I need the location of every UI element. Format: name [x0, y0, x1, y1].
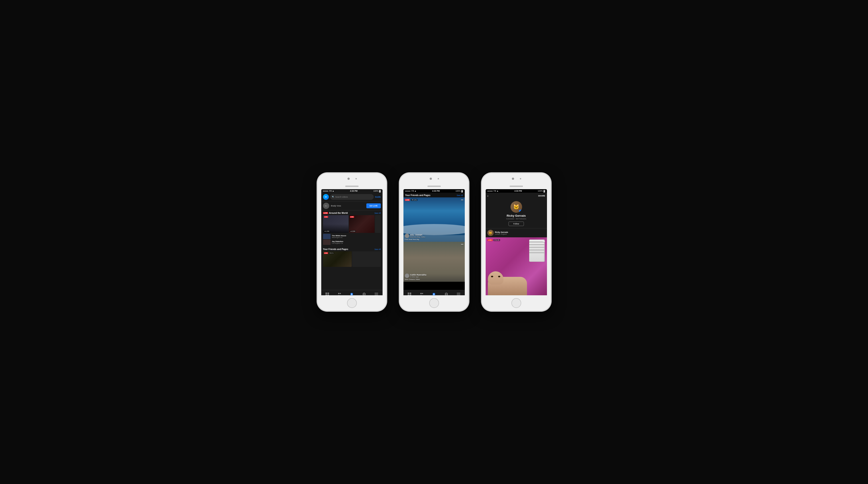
- video-thumb-2[interactable]: LIVE 👁 3.6M: [349, 215, 375, 233]
- friends-video-thumb-2[interactable]: [352, 251, 381, 267]
- profile-section: 🐱 ✓ Ricky Gervais Comedian · 4M Follower…: [486, 199, 547, 228]
- svg-rect-0: [326, 293, 327, 294]
- streamer-card-avatar: 🐱: [488, 230, 494, 236]
- p3-status-left: ●●●●● FB ▲: [488, 190, 499, 192]
- back-button[interactable]: ‹: [488, 194, 489, 198]
- p2-friends-header: Your Friends and Pages See All: [403, 193, 465, 197]
- friends-video-thumb[interactable]: LIVE 👁 8.7k: [323, 251, 352, 267]
- phone-1-speaker: [345, 186, 359, 187]
- p3-carrier: FB: [494, 190, 496, 192]
- p2-friends-title: Your Friends and Pages: [405, 194, 431, 196]
- svg-rect-15: [410, 293, 411, 294]
- user-avatar: BV: [323, 203, 329, 209]
- p3-signal: ●●●●●: [488, 190, 493, 192]
- around-world-header: LIVE Around the World See All: [321, 211, 382, 215]
- go-live-button[interactable]: GO LIVE: [366, 203, 381, 208]
- streamer-avatar-bg: 🐱: [488, 230, 494, 236]
- p2-video-card-2[interactable]: ••• Caitlin Ramrakha 3 mins ago New Orle…: [403, 242, 465, 290]
- p2-battery: 100%: [456, 190, 461, 192]
- list-location-2: Los Angeles CA: [332, 243, 381, 244]
- p2-signal: ●●●●●: [405, 190, 410, 192]
- time: 4:33 PM: [350, 190, 358, 192]
- p2-carrier: FB: [411, 190, 414, 192]
- list-item-1[interactable]: The White House Washington DC: [323, 234, 381, 239]
- profile-verified-badge: ✓: [519, 209, 522, 213]
- phone-2: ●●●●● FB ▲ 4:33 PM 100% ▓ Your Friends a…: [400, 173, 469, 311]
- svg-rect-11: [375, 293, 378, 293]
- phone-1-screen: ●●●●● FB ▲ 4:33 PM 100% ▓ ✉ 🔍 Search vid…: [321, 189, 382, 298]
- cat-live-video[interactable]: LIVE 👁8.7k •••: [486, 237, 547, 298]
- streamer-card-location: London, England: [495, 233, 545, 235]
- p2-streamer2-avatar: [405, 273, 409, 278]
- profile-name: Ricky Gervais: [506, 214, 526, 217]
- messenger-icon[interactable]: ✉: [323, 194, 329, 200]
- phone-2-speaker: [428, 186, 441, 187]
- svg-rect-12: [375, 294, 378, 294]
- p2-status-right: 100% ▓: [456, 190, 463, 192]
- list-item-2[interactable]: Jay Stakelton Los Angeles CA: [323, 239, 381, 245]
- svg-point-19: [422, 293, 423, 294]
- view-count-1: 👁 1.6M: [324, 230, 330, 232]
- around-world-title: LIVE Around the World: [323, 212, 348, 214]
- phone-3-camera: [512, 178, 514, 180]
- streamer-card-info: Ricky Gervais London, England: [495, 231, 545, 235]
- phone-2-top-bezel: [400, 173, 469, 189]
- follow-button[interactable]: Follow: [508, 222, 524, 226]
- p2-video-card-1[interactable]: LIVE 👁8.7k ••• Mike Stewart Wai: [403, 197, 465, 242]
- p3-wifi-icon: ▲: [497, 190, 499, 192]
- phone-1: ●●●●● FB ▲ 4:33 PM 100% ▓ ✉ 🔍 Search vid…: [317, 173, 386, 311]
- p2-video2-info: Caitlin Ramrakha 3 mins ago New Orleans …: [405, 273, 463, 281]
- see-all-2[interactable]: See All: [374, 248, 380, 251]
- friends-video-grid: LIVE 👁 8.7k: [321, 251, 382, 267]
- list-thumb-1: [323, 234, 331, 239]
- search-icon: 🔍: [332, 196, 334, 198]
- phone-3-bottom-bezel: [482, 295, 551, 311]
- video-thumb-1[interactable]: LIVE 👁 1.6M: [323, 215, 348, 233]
- p2-see-all[interactable]: See All: [457, 194, 463, 196]
- live-badge-video2: LIVE: [350, 216, 354, 218]
- p2-streamer1-name: Mike Stewart: [410, 234, 425, 236]
- wifi-icon: ▲: [332, 190, 334, 192]
- go-live-row: BV Brady Voss GO LIVE: [321, 201, 382, 211]
- svg-point-5: [340, 293, 341, 294]
- phones-container: ●●●●● FB ▲ 4:33 PM 100% ▓ ✉ 🔍 Search vid…: [309, 164, 560, 320]
- p2-video1-caption: First heat final day: [405, 238, 463, 240]
- share-button[interactable]: SHARE: [538, 195, 545, 197]
- video-grid: LIVE 👁 1.6M LIVE 👁: [321, 215, 382, 233]
- around-world-label: Around the World: [329, 212, 348, 214]
- guide-button[interactable]: Guide: [375, 196, 381, 198]
- phone-2-home-button[interactable]: [429, 298, 439, 308]
- profile-header-bar: ‹ SHARE: [486, 193, 547, 199]
- search-bar[interactable]: 🔍 Search videos: [330, 194, 374, 200]
- video-thumb-3[interactable]: [375, 215, 381, 233]
- view-count-2: 👁 3.6M: [350, 230, 356, 232]
- p3-status-right: 100% ▓: [538, 190, 545, 192]
- status-left: ●●●●● FB ▲: [323, 190, 334, 192]
- p2-video-bg-1: LIVE 👁8.7k ••• Mike Stewart Wai: [403, 197, 465, 242]
- see-all-1[interactable]: See All: [374, 212, 380, 214]
- phone-2-status-bar: ●●●●● FB ▲ 4:33 PM 100% ▓: [403, 189, 465, 193]
- p2-streamer2-name: Caitlin Ramrakha: [410, 274, 427, 276]
- p3-video-overlay: LIVE 👁8.7k: [488, 239, 500, 241]
- p2-video1-menu[interactable]: •••: [461, 199, 463, 201]
- phone-3: ●●●●● FB ▲ 4:33 PM 100% ▓ ‹ SHARE: [482, 173, 551, 311]
- svg-rect-26: [457, 294, 460, 294]
- radiator: [529, 239, 545, 262]
- p2-video2-menu[interactable]: •••: [461, 243, 463, 246]
- p2-video-bg-2: ••• Caitlin Ramrakha 3 mins ago New Orle…: [403, 242, 465, 282]
- streamer-card: 🐱 Ricky Gervais London, England: [486, 228, 547, 237]
- carrier: FB: [329, 190, 332, 192]
- friends-label: Your Friends and Pages: [323, 248, 348, 251]
- phone-3-status-bar: ●●●●● FB ▲ 4:33 PM 100% ▓: [486, 189, 547, 193]
- p2-streamer1-avatar: [405, 233, 409, 238]
- search-placeholder: Search videos: [335, 196, 348, 198]
- phone-1-home-button[interactable]: [347, 298, 357, 308]
- cat-head: [488, 271, 503, 285]
- p3-video-menu[interactable]: •••: [543, 239, 545, 243]
- svg-rect-25: [457, 293, 460, 293]
- p2-time: 4:33 PM: [432, 190, 440, 192]
- list-text-1: The White House Washington DC: [332, 235, 381, 238]
- profile-avatar: 🐱 ✓: [510, 201, 522, 213]
- phone-1-status-bar: ●●●●● FB ▲ 4:33 PM 100% ▓: [321, 189, 382, 193]
- phone-3-home-button[interactable]: [512, 298, 521, 308]
